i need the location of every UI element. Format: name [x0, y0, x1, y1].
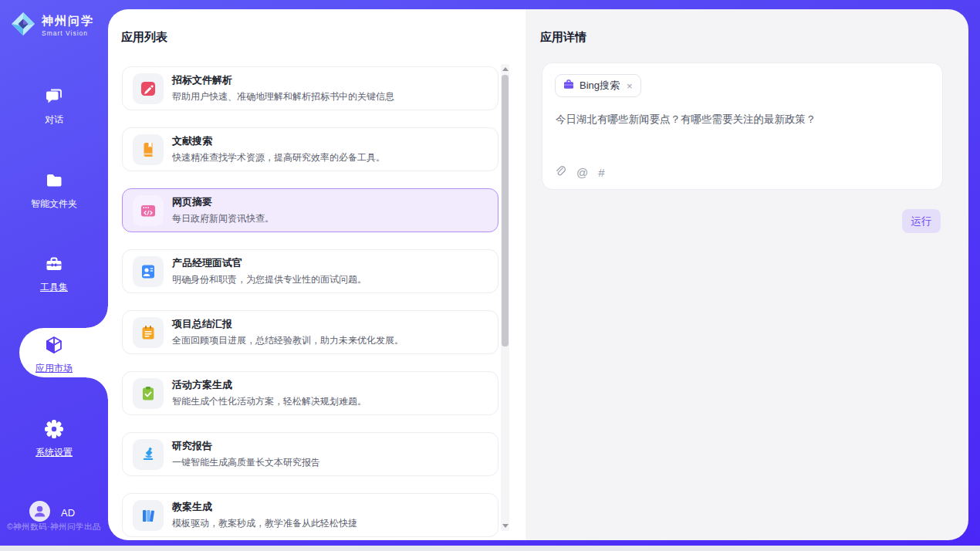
- app-item-project-summary[interactable]: 项目总结汇报 全面回顾项目进展，总结经验教训，助力未来优化发展。: [122, 310, 498, 354]
- clipboard-icon: [133, 378, 164, 409]
- sidebar-item-app-market[interactable]: 应用市场: [0, 335, 108, 375]
- app-detail-title: 应用详情: [540, 30, 586, 45]
- folder-icon: [44, 171, 64, 194]
- sidebar-item-label: 智能文件夹: [31, 198, 77, 211]
- app-item-title: 招标文件解析: [172, 73, 394, 87]
- scrollbar-thumb[interactable]: [502, 75, 509, 346]
- app-item-title: 产品经理面试官: [172, 256, 367, 270]
- paperclip-icon[interactable]: [554, 164, 566, 180]
- interviewer-icon: [133, 256, 164, 287]
- diamond-logo-icon: [9, 10, 37, 41]
- app-item-bid-analysis[interactable]: 招标文件解析 帮助用户快速、准确地理解和解析招标书中的关键信息: [122, 66, 498, 110]
- app-item-desc: 全面回顾项目进展，总结经验教训，助力未来优化发展。: [172, 334, 404, 347]
- prompt-card: Bing搜索 × 今日湖北有哪些新闻要点？有哪些需要关注的最新政策？ @ #: [542, 63, 943, 190]
- user-initials: AD: [61, 507, 75, 519]
- app-item-desc: 明确身份和职责，为您提供专业性的面试问题。: [172, 273, 367, 286]
- app-item-title: 研究报告: [172, 439, 320, 453]
- app-item-activity-plan[interactable]: 活动方案生成 智能生成个性化活动方案，轻松解决规划难题。: [122, 371, 498, 415]
- app-list: 招标文件解析 帮助用户快速、准确地理解和解析招标书中的关键信息 文献搜索 快速精…: [122, 66, 498, 540]
- chat-icon: [44, 86, 64, 110]
- gear-icon: [44, 419, 64, 442]
- sidebar-item-label: 应用市场: [35, 362, 73, 375]
- app-item-desc: 每日政府新闻资讯快查。: [172, 212, 274, 225]
- sidebar-item-chat[interactable]: 对话: [0, 86, 108, 127]
- tool-chip-label: Bing搜索: [580, 79, 620, 93]
- sidebar-item-smart-folder[interactable]: 智能文件夹: [0, 171, 108, 211]
- app-list-title: 应用列表: [121, 30, 167, 45]
- window-bottom-edge: [0, 546, 980, 551]
- brand-subtitle: Smart Vision: [42, 29, 94, 37]
- list-scrollbar[interactable]: [501, 64, 509, 531]
- app-item-research-report[interactable]: 研究报告 一键智能生成高质量长文本研究报告: [122, 432, 498, 476]
- app-item-title: 教案生成: [172, 500, 357, 514]
- app-logo: 神州问学 Smart Vision: [9, 10, 94, 41]
- scroll-up-icon[interactable]: [502, 67, 509, 71]
- sidebar-item-label: 对话: [45, 113, 63, 127]
- run-button[interactable]: 运行: [902, 209, 941, 233]
- app-detail-panel: 应用详情 Bing搜索 × 今日湖北有哪些新闻要点？有哪些需要关注的最新政策？: [525, 9, 968, 540]
- hash-icon[interactable]: #: [598, 166, 604, 179]
- scroll-down-icon[interactable]: [502, 524, 509, 528]
- sidebar-item-toolset[interactable]: 工具集: [0, 254, 108, 294]
- sidebar: 神州问学 Smart Vision 对话 智能文件夹: [0, 0, 108, 546]
- app-item-title: 网页摘要: [172, 195, 274, 209]
- at-icon[interactable]: @: [576, 166, 588, 179]
- book-icon: [133, 134, 164, 165]
- tool-chip-bing-search[interactable]: Bing搜索 ×: [555, 74, 641, 97]
- app-item-title: 活动方案生成: [172, 378, 367, 392]
- query-input[interactable]: 今日湖北有哪些新闻要点？有哪些需要关注的最新政策？: [556, 113, 927, 127]
- app-item-desc: 智能生成个性化活动方案，轻松解决规划难题。: [172, 395, 367, 408]
- note-icon: [133, 317, 164, 348]
- app-item-lesson-plan[interactable]: 教案生成 模板驱动，教案秒成，教学准备从此轻松快捷: [122, 493, 498, 537]
- app-item-title: 文献搜索: [172, 134, 385, 148]
- toolbox-icon: [44, 254, 64, 277]
- app-item-web-summary[interactable]: 网页摘要 每日政府新闻资讯快查。: [122, 188, 498, 232]
- sidebar-item-label: 系统设置: [35, 446, 73, 459]
- briefcase-icon: [563, 79, 574, 93]
- browser-icon: [133, 195, 164, 226]
- cube-icon: [44, 335, 64, 358]
- sidebar-item-system-settings[interactable]: 系统设置: [0, 419, 108, 459]
- app-item-desc: 帮助用户快速、准确地理解和解析招标书中的关键信息: [172, 90, 394, 103]
- app-item-title: 项目总结汇报: [172, 317, 404, 331]
- input-toolbar: @ #: [554, 164, 605, 180]
- close-icon[interactable]: ×: [627, 80, 633, 92]
- brand-name: 神州问学: [42, 14, 94, 29]
- books-icon: [133, 500, 164, 531]
- app-item-desc: 快速精准查找学术资源，提高研究效率的必备工具。: [172, 151, 385, 164]
- main-content: 应用列表 招标文件解析 帮助用户快速、准确地理解和解析招标书中的关键信息: [108, 9, 968, 540]
- microscope-icon: [133, 439, 164, 470]
- copyright-footer: ©神州数码·神州问学出品: [0, 522, 108, 532]
- app-item-desc: 一键智能生成高质量长文本研究报告: [172, 456, 320, 469]
- app-list-panel: 应用列表 招标文件解析 帮助用户快速、准确地理解和解析招标书中的关键信息: [108, 9, 525, 540]
- brand-text: 神州问学 Smart Vision: [42, 14, 94, 37]
- pen-icon: [133, 73, 164, 104]
- sidebar-item-label: 工具集: [40, 281, 68, 294]
- app-item-literature-search[interactable]: 文献搜索 快速精准查找学术资源，提高研究效率的必备工具。: [122, 127, 498, 171]
- app-item-desc: 模板驱动，教案秒成，教学准备从此轻松快捷: [172, 517, 357, 530]
- app-item-pm-interviewer[interactable]: 产品经理面试官 明确身份和职责，为您提供专业性的面试问题。: [122, 249, 498, 293]
